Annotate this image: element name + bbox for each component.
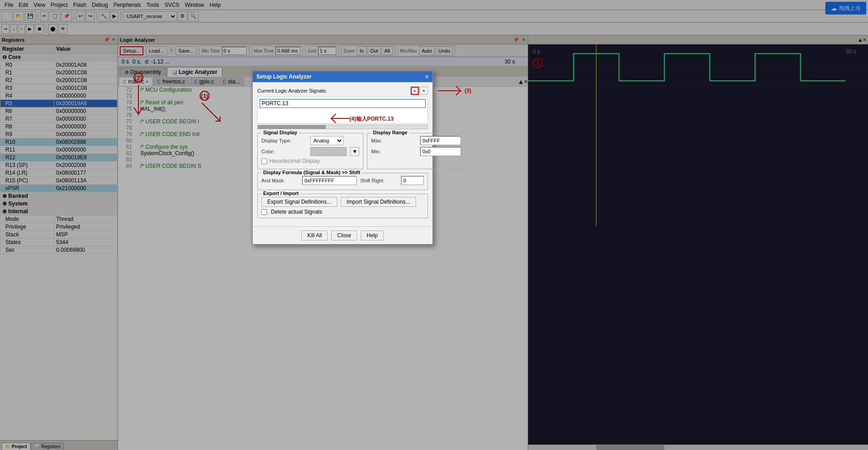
- export-btn[interactable]: Export Signal Definitions...: [261, 197, 337, 207]
- shift-right-input[interactable]: [401, 176, 424, 185]
- signal-scrollbar[interactable]: [257, 125, 428, 129]
- color-pick-btn[interactable]: ▼: [350, 147, 359, 156]
- export-import-group: Export / Import Export Signal Definition…: [257, 194, 428, 218]
- setup-logic-analyzer-dialog: Setup Logic Analyzer × Current Logic Ana…: [252, 70, 433, 245]
- signal-display-legend: Signal Display: [261, 130, 299, 135]
- max-label: Max:: [371, 138, 417, 143]
- delete-signals-checkbox[interactable]: [261, 209, 267, 215]
- kill-all-btn[interactable]: Kill All: [301, 230, 328, 240]
- display-type-label: Display Type:: [261, 138, 307, 143]
- and-mask-label: And Mask:: [261, 178, 299, 183]
- display-formula-legend: Display Formula (Signal & Mask) >> Shift: [261, 170, 362, 175]
- hex-display-checkbox[interactable]: [261, 158, 267, 164]
- min-label: Min:: [371, 149, 417, 154]
- color-swatch[interactable]: [310, 147, 347, 156]
- import-btn[interactable]: Import Signal Definitions...: [341, 197, 416, 207]
- color-label: Color:: [261, 149, 307, 154]
- export-import-legend: Export / Import: [261, 191, 300, 196]
- display-type-row: Display Type: Analog Bit Unsigned Signed: [261, 136, 359, 145]
- and-mask-row: And Mask: Shift Right: [261, 176, 424, 185]
- export-import-btns: Export Signal Definitions... Import Sign…: [261, 197, 424, 207]
- modal-footer: Kill All Close Help: [253, 226, 432, 244]
- signal-input[interactable]: [260, 99, 426, 108]
- min-input[interactable]: [420, 147, 461, 156]
- max-input[interactable]: [420, 136, 461, 145]
- display-range-legend: Display Range: [371, 130, 409, 135]
- signal-display-row: Signal Display Display Type: Analog Bit …: [257, 133, 428, 173]
- modal-title: Setup Logic Analyzer: [256, 73, 312, 80]
- modal-close-bottom-btn[interactable]: Close: [331, 230, 357, 240]
- and-mask-input[interactable]: [302, 176, 357, 185]
- signals-label: Current Logic Analyzer Signals:: [257, 88, 327, 93]
- signal-display-group: Signal Display Display Type: Analog Bit …: [257, 133, 363, 169]
- display-formula-group: Display Formula (Signal & Mask) >> Shift…: [257, 173, 428, 190]
- modal-titlebar: Setup Logic Analyzer ×: [253, 71, 432, 82]
- delete-signals-label[interactable]: Delete actual Signals: [261, 209, 424, 215]
- modal-help-btn[interactable]: Help: [361, 230, 384, 240]
- signal-delete-btn[interactable]: ×: [420, 87, 428, 95]
- annotation-3: (3): [436, 84, 471, 98]
- hex-display-row: Hexadecimal Display: [261, 158, 359, 164]
- signal-toolbar: + ×: [411, 87, 428, 95]
- color-row: Color: ▼: [261, 147, 359, 156]
- display-range-group: Display Range Max: Min:: [367, 133, 465, 169]
- modal-overlay: Setup Logic Analyzer × Current Logic Ana…: [0, 0, 868, 450]
- signal-input-area: [257, 97, 428, 124]
- modal-close-btn[interactable]: ×: [425, 73, 429, 80]
- signals-section: Current Logic Analyzer Signals: + ×: [257, 87, 428, 129]
- shift-right-label: Shift Right: [360, 178, 397, 183]
- signal-add-btn[interactable]: +: [411, 87, 419, 95]
- max-row: Max:: [371, 136, 461, 145]
- display-type-select[interactable]: Analog Bit Unsigned Signed: [310, 136, 343, 145]
- hex-display-label[interactable]: Hexadecimal Display: [261, 158, 320, 164]
- min-row: Min:: [371, 147, 461, 156]
- modal-body: Current Logic Analyzer Signals: + ×: [253, 82, 432, 226]
